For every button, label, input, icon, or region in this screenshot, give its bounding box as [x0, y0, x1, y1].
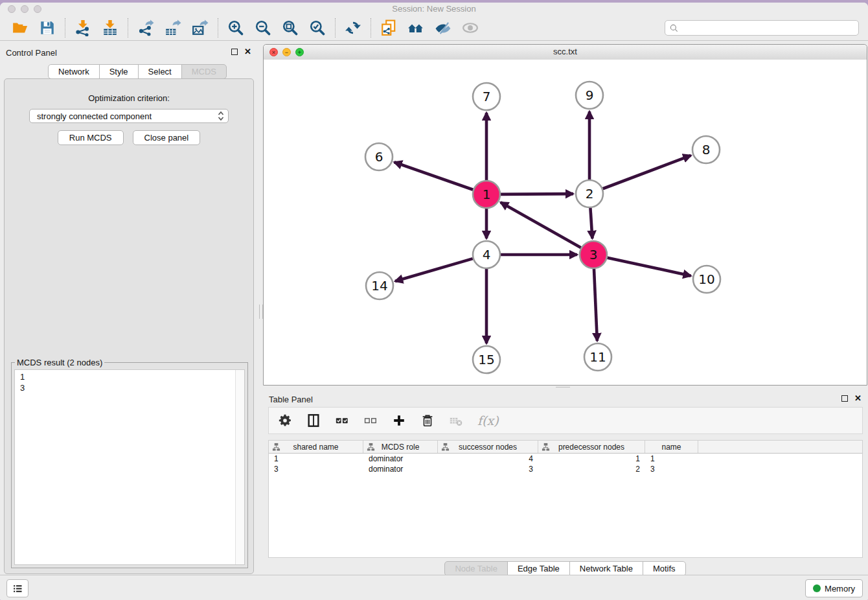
edge-3-1[interactable]	[501, 202, 581, 248]
function-builder-icon: f(x)	[477, 413, 499, 428]
graph-node-2[interactable]: 2	[576, 180, 603, 207]
float-panel-icon[interactable]	[231, 49, 238, 55]
search-input[interactable]	[681, 23, 854, 33]
tab-motifs[interactable]: Motifs	[643, 561, 686, 576]
graph-node-7[interactable]: 7	[473, 83, 500, 110]
graph-node-3[interactable]: 3	[580, 241, 607, 268]
node-table: shared nameMCDS rolesuccessor nodesprede…	[268, 440, 863, 558]
network-window-titlebar[interactable]: × − + scc.txt	[264, 45, 867, 60]
save-session-icon[interactable]	[39, 19, 56, 36]
export-image-icon[interactable]	[192, 19, 209, 36]
table-cell[interactable]: dominator	[363, 465, 438, 474]
column-selector-icon[interactable]	[306, 413, 321, 428]
graph-node-8[interactable]: 8	[692, 136, 720, 163]
column-header-MCDS-role[interactable]: MCDS role	[363, 441, 438, 453]
result-scrollbar[interactable]	[235, 370, 244, 564]
edge-3-10[interactable]	[607, 258, 691, 276]
delete-table-icon	[449, 413, 463, 428]
delete-row-icon[interactable]	[420, 413, 435, 428]
toolbar-group	[3, 18, 65, 38]
zoom-fit-icon[interactable]	[282, 19, 299, 36]
graph-node-14[interactable]: 14	[366, 272, 393, 299]
search-box[interactable]	[665, 20, 859, 36]
table-row[interactable]: 3dominator323	[269, 464, 862, 474]
toolbar-group	[65, 18, 128, 38]
network-window-title: scc.txt	[264, 47, 867, 56]
close-table-panel-icon[interactable]: ✕	[854, 395, 862, 402]
table-row[interactable]: 1dominator411	[269, 454, 862, 464]
table-cell[interactable]: 1	[269, 454, 363, 463]
clone-network-icon[interactable]	[380, 19, 397, 36]
toolbar-group	[335, 18, 371, 38]
import-table-icon[interactable]	[102, 19, 119, 36]
table-cell[interactable]: 3	[269, 465, 363, 474]
tab-network[interactable]: Network	[48, 64, 100, 79]
float-table-panel-icon[interactable]	[841, 395, 848, 402]
table-cell[interactable]: 3	[438, 465, 538, 474]
close-panel-icon[interactable]: ✕	[244, 48, 251, 56]
zoom-in-icon[interactable]	[227, 19, 244, 36]
home-icon[interactable]	[407, 19, 424, 36]
import-network-icon[interactable]	[74, 19, 91, 36]
export-table-icon[interactable]	[165, 19, 181, 36]
toolbar-group	[371, 18, 488, 38]
network-canvas[interactable]: 7968124314101511	[264, 60, 867, 385]
graph-node-1[interactable]: 1	[473, 181, 500, 208]
table-cell[interactable]: 1	[538, 454, 645, 463]
optimization-criterion-select[interactable]: strongly connected component	[29, 109, 229, 123]
table-cell[interactable]: 2	[538, 465, 645, 474]
zoom-selected-icon[interactable]	[309, 19, 326, 36]
edge-4-14[interactable]	[395, 259, 473, 281]
tab-style[interactable]: Style	[99, 64, 139, 79]
table-settings-icon[interactable]	[278, 413, 292, 428]
vertical-splitter[interactable]	[258, 43, 263, 578]
zoom-out-icon[interactable]	[255, 19, 271, 36]
column-header-successor-nodes[interactable]: successor nodes	[438, 441, 538, 453]
run-mcds-button[interactable]: Run MCDS	[58, 130, 124, 145]
tab-node-table[interactable]: Node Table	[444, 561, 508, 576]
graph-node-10[interactable]: 10	[693, 266, 720, 293]
open-session-icon[interactable]	[12, 19, 29, 36]
control-panel-tabs: NetworkStyleSelectMCDS	[49, 64, 227, 79]
add-row-icon[interactable]	[392, 413, 406, 428]
svg-text:10: 10	[698, 271, 714, 287]
column-header-predecessor-nodes[interactable]: predecessor nodes	[538, 441, 645, 453]
column-header-name[interactable]: name	[645, 441, 698, 453]
task-history-button[interactable]	[6, 579, 29, 597]
apply-layout-icon[interactable]	[345, 19, 361, 36]
tab-network-table[interactable]: Network Table	[569, 561, 643, 576]
graph-node-9[interactable]: 9	[576, 82, 603, 109]
hide-panel-icon[interactable]	[435, 19, 451, 36]
svg-text:3: 3	[589, 247, 598, 262]
edge-1-2[interactable]	[501, 194, 573, 194]
graph-node-6[interactable]: 6	[365, 143, 393, 170]
attribute-icon	[367, 443, 375, 451]
svg-text:14: 14	[371, 278, 387, 294]
deselect-all-icon[interactable]	[363, 413, 378, 428]
edge-3-11[interactable]	[594, 269, 597, 341]
export-network-icon[interactable]	[137, 19, 154, 36]
graph-node-4[interactable]: 4	[473, 241, 500, 268]
mcds-result-value: 3	[20, 382, 239, 393]
graph-node-11[interactable]: 11	[584, 343, 611, 371]
graph-node-15[interactable]: 15	[473, 346, 500, 373]
tab-mcds[interactable]: MCDS	[181, 64, 227, 79]
svg-text:11: 11	[589, 349, 606, 365]
network-view-window: × − + scc.txt 7968124314101511	[263, 44, 867, 386]
tab-select[interactable]: Select	[138, 64, 182, 79]
tab-edge-table[interactable]: Edge Table	[507, 561, 570, 576]
select-all-icon[interactable]	[335, 413, 349, 428]
table-cell[interactable]: dominator	[363, 454, 438, 463]
table-cell[interactable]: 3	[645, 465, 698, 474]
memory-label: Memory	[825, 584, 855, 594]
edge-2-3[interactable]	[590, 208, 592, 238]
edge-2-8[interactable]	[603, 156, 691, 189]
close-panel-button[interactable]: Close panel	[133, 130, 201, 145]
memory-button[interactable]: Memory	[805, 579, 863, 597]
column-header-shared-name[interactable]: shared name	[269, 441, 363, 453]
edge-1-6[interactable]	[394, 162, 474, 189]
optimization-criterion-label: Optimization criterion:	[5, 93, 253, 103]
table-panel-title: Table Panel	[269, 395, 313, 404]
table-cell[interactable]: 1	[645, 454, 698, 463]
table-cell[interactable]: 4	[438, 454, 538, 463]
